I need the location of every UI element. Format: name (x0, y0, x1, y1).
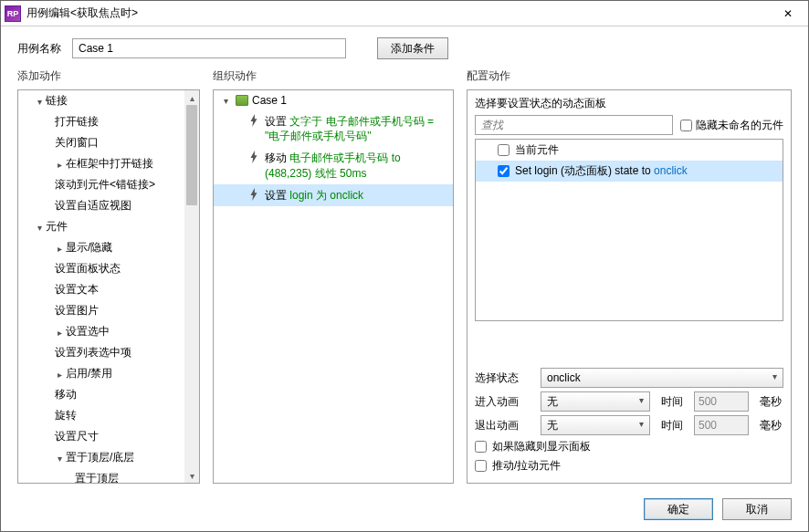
tree-item[interactable]: 设置自适应视图 (18, 195, 184, 216)
tree-item[interactable]: 打开链接 (18, 111, 184, 132)
configure-action-title: 配置动作 (467, 68, 792, 84)
select-state-dropdown[interactable]: onclick (541, 368, 783, 388)
tree-item[interactable]: 在框架中打开链接 (18, 153, 184, 174)
case-name-input[interactable] (72, 38, 346, 58)
tree-group-widgets[interactable]: 元件 (18, 216, 184, 237)
svg-marker-0 (251, 114, 257, 127)
select-state-label: 选择状态 (475, 370, 530, 386)
caret-down-icon (35, 95, 44, 108)
anim-in-label: 进入动画 (475, 394, 530, 410)
case-editor-dialog: RP 用例编辑<获取焦点时> ✕ 用例名称 添加条件 添加动作 链接 打开链接 … (0, 0, 809, 532)
scrollbar[interactable]: ▴ ▾ (184, 90, 199, 483)
show-if-hidden-checkbox[interactable] (475, 441, 487, 453)
tree-item[interactable]: 设置面板状态 (18, 258, 184, 279)
bolt-icon (248, 151, 259, 163)
actions-tree-panel: 链接 打开链接 关闭窗口 在框架中打开链接 滚动到元件<错链接> 设置自适应视图… (17, 89, 200, 484)
caret-right-icon (55, 326, 64, 339)
time-label: 时间 (661, 394, 683, 410)
titlebar: RP 用例编辑<获取焦点时> ✕ (1, 1, 808, 26)
panel-item-checkbox[interactable] (498, 144, 510, 156)
action-text: 设置 login 为 onclick (265, 188, 447, 203)
configure-upper: 选择要设置状态的动态面板 隐藏未命名的元件 当前元件 (468, 90, 791, 359)
action-text: 移动 电子邮件或手机号码 to (488,235) 线性 50ms (265, 151, 447, 180)
add-actions-column: 添加动作 链接 打开链接 关闭窗口 在框架中打开链接 滚动到元件<错链接> 设置… (17, 68, 200, 484)
ms-label: 毫秒 (760, 418, 782, 433)
folder-icon (236, 95, 248, 106)
anim-out-dropdown[interactable]: 无 (541, 415, 650, 435)
caret-down-icon (35, 221, 44, 234)
window-title: 用例编辑<获取焦点时> (26, 5, 772, 21)
header-row: 用例名称 添加条件 (1, 26, 808, 68)
caret-right-icon (55, 242, 64, 255)
case-label: Case 1 (252, 94, 287, 107)
organize-actions-title: 组织动作 (213, 68, 454, 84)
ms-label: 毫秒 (760, 394, 782, 410)
tree-item[interactable]: 设置图片 (18, 300, 184, 321)
dialog-footer: 确定 取消 (1, 491, 808, 531)
svg-marker-2 (251, 188, 257, 201)
app-icon: RP (5, 5, 21, 22)
tree-item[interactable]: 置于顶层 (18, 468, 184, 484)
close-button[interactable]: ✕ (772, 1, 804, 26)
scroll-up-icon[interactable]: ▴ (184, 90, 199, 105)
case-name-label: 用例名称 (17, 41, 61, 57)
scroll-down-icon[interactable]: ▾ (184, 468, 199, 483)
hide-unnamed-checkbox[interactable] (680, 120, 692, 131)
organize-panel: Case 1 设置 文字于 电子邮件或手机号码 = "电子邮件或手机号码" 移动… (213, 89, 454, 484)
ok-button[interactable]: 确定 (644, 498, 713, 520)
tree-item[interactable]: 移动 (18, 384, 184, 405)
add-condition-button[interactable]: 添加条件 (377, 37, 448, 59)
tree-item[interactable]: 显示/隐藏 (18, 237, 184, 258)
tree-item[interactable]: 设置选中 (18, 321, 184, 342)
action-item[interactable]: 移动 电子邮件或手机号码 to (488,235) 线性 50ms (214, 147, 453, 183)
anim-out-label: 退出动画 (475, 418, 530, 433)
tree-group-links[interactable]: 链接 (18, 90, 184, 111)
columns: 添加动作 链接 打开链接 关闭窗口 在框架中打开链接 滚动到元件<错链接> 设置… (1, 68, 808, 491)
hide-unnamed-option[interactable]: 隐藏未命名的元件 (680, 118, 783, 133)
caret-down-icon (221, 94, 230, 107)
bolt-icon (248, 114, 259, 127)
panel-item-label: Set login (动态面板) state to onclick (515, 163, 688, 179)
configure-action-column: 配置动作 选择要设置状态的动态面板 隐藏未命名的元件 当前元件 (467, 68, 792, 484)
tree-item[interactable]: 滚动到元件<错链接> (18, 174, 184, 195)
configure-panel: 选择要设置状态的动态面板 隐藏未命名的元件 当前元件 (467, 89, 792, 484)
tree-item[interactable]: 设置文本 (18, 279, 184, 300)
panel-list-item[interactable]: 当前元件 (476, 140, 783, 161)
tree-item[interactable]: 设置列表选中项 (18, 342, 184, 363)
caret-right-icon (55, 158, 64, 171)
bolt-icon (248, 188, 259, 201)
push-pull-checkbox[interactable] (475, 460, 487, 472)
search-input[interactable] (475, 115, 673, 135)
caret-right-icon (55, 368, 64, 381)
action-text: 设置 文字于 电子邮件或手机号码 = "电子邮件或手机号码" (265, 114, 447, 143)
time-label: 时间 (661, 418, 683, 433)
add-actions-title: 添加动作 (17, 68, 200, 84)
panel-item-checkbox[interactable] (498, 165, 510, 177)
panel-list: 当前元件 Set login (动态面板) state to onclick (475, 139, 783, 321)
configure-lower: 选择状态 onclick 进入动画 无 时间 毫秒 退出动画 无 时间 (468, 359, 791, 483)
tree-item[interactable]: 设置尺寸 (18, 426, 184, 447)
hide-unnamed-label: 隐藏未命名的元件 (696, 118, 783, 133)
action-item-selected[interactable]: 设置 login 为 onclick (214, 184, 453, 206)
tree-item[interactable]: 启用/禁用 (18, 363, 184, 384)
anim-in-time-input[interactable] (694, 391, 749, 412)
svg-marker-1 (251, 151, 257, 163)
select-panel-label: 选择要设置状态的动态面板 (475, 96, 783, 111)
anim-in-dropdown[interactable]: 无 (541, 391, 650, 412)
action-item[interactable]: 设置 文字于 电子邮件或手机号码 = "电子邮件或手机号码" (214, 110, 453, 147)
anim-out-time-input[interactable] (694, 415, 749, 435)
tree-item[interactable]: 旋转 (18, 405, 184, 426)
actions-tree: 链接 打开链接 关闭窗口 在框架中打开链接 滚动到元件<错链接> 设置自适应视图… (18, 90, 184, 484)
panel-item-label: 当前元件 (515, 142, 559, 158)
case-node[interactable]: Case 1 (214, 90, 453, 110)
show-if-hidden-label: 如果隐藏则显示面板 (492, 439, 591, 454)
panel-list-item-selected[interactable]: Set login (动态面板) state to onclick (476, 161, 783, 182)
tree-group-order[interactable]: 置于顶层/底层 (18, 447, 184, 468)
organize-actions-column: 组织动作 Case 1 设置 文字于 电子邮件或手机号码 = "电子邮件或手机号… (213, 68, 454, 484)
push-pull-label: 推动/拉动元件 (492, 458, 561, 474)
caret-down-icon (55, 452, 64, 464)
close-icon: ✕ (783, 7, 793, 20)
tree-item[interactable]: 关闭窗口 (18, 132, 184, 153)
cancel-button[interactable]: 取消 (722, 498, 792, 520)
scroll-thumb[interactable] (186, 105, 197, 205)
